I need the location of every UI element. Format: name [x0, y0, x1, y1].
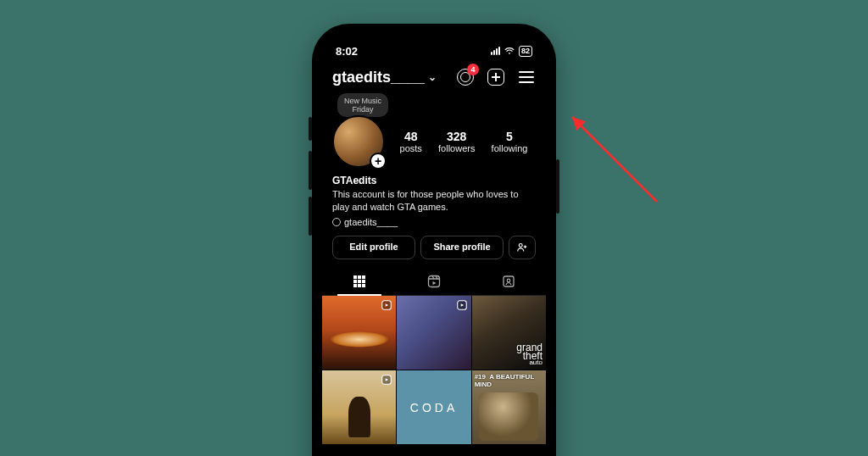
- username-switcher[interactable]: gtaedits____ ⌄: [332, 69, 437, 86]
- svg-point-3: [507, 279, 510, 282]
- grid-icon: [353, 275, 366, 288]
- post-thumbnail[interactable]: [322, 296, 396, 370]
- bio-text: This account is for those people who lov…: [332, 188, 536, 214]
- discover-people-button[interactable]: [509, 236, 536, 259]
- share-profile-button[interactable]: Share profile: [420, 236, 504, 259]
- post-thumbnail[interactable]: CODA: [397, 370, 470, 444]
- reels-icon: [427, 275, 441, 288]
- suggestion-tooltip[interactable]: New Music Friday: [337, 93, 388, 117]
- threads-handle-label: gtaedits____: [344, 217, 398, 227]
- stat-followers-label: followers: [438, 143, 475, 153]
- phone-volume-down: [309, 197, 312, 236]
- display-name: GTAedits: [332, 175, 536, 186]
- notification-badge: 4: [467, 64, 479, 75]
- threads-button[interactable]: 4: [456, 68, 475, 86]
- stat-followers[interactable]: 328 followers: [438, 130, 475, 153]
- avatar[interactable]: +: [332, 115, 385, 168]
- phone-screen: 8:02 82 gtaedits____ ⌄ 4: [322, 34, 546, 456]
- reel-badge-icon: [381, 374, 392, 386]
- at-icon: [332, 218, 341, 226]
- cellular-signal-icon: [491, 47, 500, 55]
- phone-notch: [383, 34, 485, 56]
- post-thumbnail[interactable]: grand theft auto: [472, 296, 546, 370]
- create-button[interactable]: [487, 68, 505, 86]
- add-story-button[interactable]: +: [370, 153, 387, 170]
- svg-line-7: [572, 117, 657, 202]
- plus-icon: +: [375, 154, 381, 168]
- battery-indicator: 82: [519, 46, 532, 57]
- reel-badge-icon: [381, 299, 392, 311]
- tile-tag: #19: [475, 373, 486, 381]
- profile-tabs: [322, 268, 546, 296]
- stat-following-count: 5: [492, 130, 528, 143]
- username-label: gtaedits____: [332, 69, 425, 86]
- stat-posts-count: 48: [400, 130, 422, 143]
- stat-followers-count: 328: [438, 130, 475, 143]
- edit-profile-button[interactable]: Edit profile: [332, 236, 415, 259]
- add-person-icon: [516, 242, 528, 253]
- hamburger-icon: [519, 71, 534, 82]
- coda-label: CODA: [410, 401, 458, 414]
- stat-posts[interactable]: 48 posts: [400, 130, 422, 153]
- plus-square-icon: [487, 69, 504, 86]
- wifi-icon: [504, 47, 515, 55]
- stat-posts-label: posts: [400, 143, 422, 153]
- stat-following-label: following: [492, 143, 528, 153]
- tab-grid[interactable]: [322, 268, 397, 295]
- stat-following[interactable]: 5 following: [492, 130, 528, 153]
- post-grid: grand theft auto CODA #19 A BEAUTIFUL MI…: [322, 296, 546, 445]
- tab-tagged[interactable]: [471, 268, 546, 295]
- post-thumbnail[interactable]: [322, 370, 396, 444]
- tagged-icon: [502, 275, 515, 288]
- menu-button[interactable]: [517, 68, 536, 86]
- gta-logo-line3: auto: [516, 360, 542, 366]
- status-time: 8:02: [336, 45, 358, 58]
- post-thumbnail[interactable]: #19 A BEAUTIFUL MIND: [472, 370, 546, 444]
- svg-rect-1: [429, 275, 440, 286]
- post-thumbnail[interactable]: [397, 296, 470, 370]
- annotation-arrow: [564, 108, 665, 210]
- profile-header: gtaedits____ ⌄ 4: [322, 64, 546, 93]
- phone-power-button: [556, 159, 559, 214]
- chevron-down-icon: ⌄: [428, 71, 437, 83]
- svg-rect-2: [504, 276, 514, 286]
- phone-silence-switch: [309, 117, 312, 141]
- tab-reels[interactable]: [397, 268, 471, 295]
- phone-volume-up: [309, 151, 312, 190]
- threads-handle-link[interactable]: gtaedits____: [332, 217, 536, 227]
- phone-mockup: 8:02 82 gtaedits____ ⌄ 4: [312, 24, 556, 456]
- svg-point-0: [519, 243, 522, 247]
- reel-badge-icon: [456, 299, 468, 311]
